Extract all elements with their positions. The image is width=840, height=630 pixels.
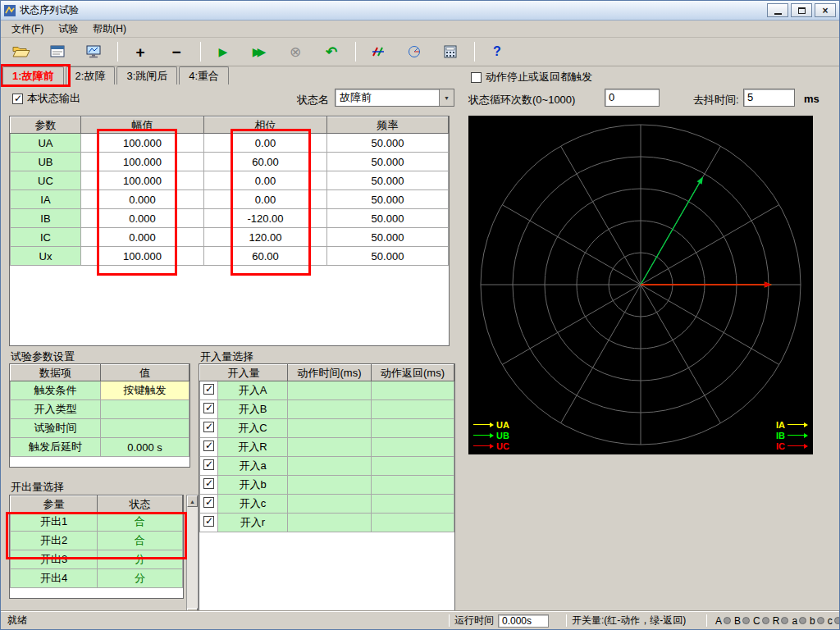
output-table-scrollbar[interactable]: ▲ ▼ bbox=[186, 495, 199, 620]
minimize-button[interactable] bbox=[767, 3, 788, 17]
input-checkbox[interactable] bbox=[203, 516, 214, 527]
action-time-cell[interactable] bbox=[288, 495, 372, 514]
output-state-cell[interactable]: 分 bbox=[98, 569, 183, 588]
switch-indicator-R: R bbox=[773, 615, 789, 627]
tab-state-4[interactable]: 4:重合 bbox=[179, 66, 229, 84]
connect-device-button[interactable] bbox=[81, 40, 106, 63]
phasor-canvas bbox=[468, 116, 813, 454]
tab-state-3[interactable]: 3:跳闸后 bbox=[116, 66, 177, 84]
col-header-output-state: 状态 bbox=[98, 496, 183, 513]
close-button[interactable]: × bbox=[815, 3, 836, 17]
input-name-cell: 开入B bbox=[218, 400, 288, 419]
input-checkbox[interactable] bbox=[203, 422, 214, 432]
chevron-down-icon[interactable]: ▼ bbox=[439, 89, 454, 106]
amplitude-cell[interactable]: 100.000 bbox=[81, 247, 204, 266]
col-header-input: 开入量 bbox=[200, 365, 288, 381]
value-cell[interactable] bbox=[101, 400, 189, 419]
input-checkbox[interactable] bbox=[203, 403, 214, 413]
action-time-cell[interactable] bbox=[288, 419, 372, 438]
amplitude-cell[interactable]: 100.000 bbox=[81, 153, 204, 171]
action-return-cell[interactable] bbox=[372, 400, 454, 419]
frequency-cell[interactable]: 50.000 bbox=[327, 247, 449, 266]
phase-cell[interactable]: 0.00 bbox=[204, 171, 327, 190]
amplitude-cell[interactable]: 100.000 bbox=[81, 134, 204, 153]
output-state-cell[interactable]: 合 bbox=[98, 513, 183, 532]
amplitude-cell[interactable]: 0.000 bbox=[81, 228, 204, 247]
param-name-cell: UA bbox=[11, 134, 81, 153]
phasor-view-button[interactable] bbox=[402, 40, 427, 63]
amplitude-cell[interactable]: 100.000 bbox=[81, 171, 204, 190]
phase-cell[interactable]: 0.00 bbox=[204, 190, 327, 209]
remove-state-button[interactable]: − bbox=[164, 40, 189, 63]
action-time-cell[interactable] bbox=[288, 457, 372, 476]
input-checkbox[interactable] bbox=[203, 497, 214, 508]
action-return-cell[interactable] bbox=[372, 495, 454, 514]
phase-cell[interactable]: -120.00 bbox=[204, 209, 327, 228]
output-state-cell[interactable]: 合 bbox=[98, 532, 183, 550]
state-name-select[interactable]: 故障前 ▼ bbox=[335, 89, 454, 107]
action-return-cell[interactable] bbox=[372, 476, 454, 495]
action-time-cell[interactable] bbox=[288, 400, 372, 419]
action-time-cell[interactable] bbox=[288, 438, 372, 457]
phase-cell[interactable]: 60.00 bbox=[204, 247, 327, 266]
frequency-cell[interactable]: 50.000 bbox=[327, 209, 449, 228]
frequency-cell[interactable]: 50.000 bbox=[327, 190, 449, 209]
report-button[interactable] bbox=[45, 40, 70, 63]
action-time-cell[interactable] bbox=[288, 514, 372, 532]
input-name-cell: 开入b bbox=[218, 476, 288, 495]
legend-arrow-icon bbox=[788, 433, 808, 438]
loop-count-input[interactable]: 0 bbox=[605, 89, 660, 107]
add-state-button[interactable]: + bbox=[128, 40, 153, 63]
help-button[interactable]: ? bbox=[485, 40, 509, 63]
value-cell[interactable]: 按键触发 bbox=[101, 381, 189, 400]
trigger-on-stop-checkbox[interactable]: 动作停止或返回都触发 bbox=[471, 70, 592, 84]
tab-state-1[interactable]: 1:故障前 bbox=[2, 66, 64, 84]
menu-help[interactable]: 帮助(H) bbox=[85, 21, 134, 38]
input-checkbox-cell bbox=[200, 514, 218, 532]
maximize-button[interactable] bbox=[791, 3, 812, 17]
scrollbar-track[interactable] bbox=[187, 507, 198, 608]
action-return-cell[interactable] bbox=[372, 438, 454, 457]
legend-label: UA bbox=[496, 420, 509, 430]
frequency-cell[interactable]: 50.000 bbox=[327, 228, 449, 247]
undo-button[interactable]: ↶ bbox=[319, 40, 344, 63]
waveform-button[interactable] bbox=[366, 40, 390, 63]
input-checkbox[interactable] bbox=[203, 478, 214, 489]
phase-cell[interactable]: 60.00 bbox=[204, 153, 327, 171]
phase-cell[interactable]: 0.00 bbox=[204, 134, 327, 153]
switch-indicator-C: C bbox=[753, 615, 769, 627]
switch-indicator-B: B bbox=[734, 615, 750, 627]
input-checkbox[interactable] bbox=[203, 441, 214, 451]
action-return-cell[interactable] bbox=[372, 381, 454, 400]
calculator-button[interactable] bbox=[438, 40, 463, 63]
test-params-table: 数据项 值 触发条件 按键触发 开入类型 试验时间 触发后延时 bbox=[9, 363, 190, 468]
frequency-cell[interactable]: 50.000 bbox=[327, 153, 449, 171]
input-checkbox[interactable] bbox=[203, 384, 214, 395]
menu-file[interactable]: 文件(F) bbox=[4, 21, 51, 38]
value-cell[interactable]: 0.000 s bbox=[101, 438, 189, 457]
input-checkbox[interactable] bbox=[203, 459, 214, 470]
action-return-cell[interactable] bbox=[372, 419, 454, 438]
action-return-cell[interactable] bbox=[372, 457, 454, 476]
state-output-checkbox[interactable]: 本状态输出 bbox=[12, 91, 80, 106]
open-file-button[interactable] bbox=[9, 40, 34, 63]
frequency-cell[interactable]: 50.000 bbox=[327, 171, 449, 190]
test-params-title: 试验参数设置 bbox=[11, 349, 75, 364]
output-state-cell[interactable]: 分 bbox=[98, 550, 183, 569]
run-continuous-button[interactable]: ▶▶ bbox=[247, 40, 272, 63]
amplitude-cell[interactable]: 0.000 bbox=[81, 209, 204, 228]
debounce-input[interactable]: 5 bbox=[743, 89, 795, 107]
run-button[interactable]: ▶ bbox=[211, 40, 235, 63]
value-cell[interactable] bbox=[101, 419, 189, 438]
amplitude-cell[interactable]: 0.000 bbox=[81, 190, 204, 209]
tab-state-2[interactable]: 2:故障 bbox=[66, 66, 116, 84]
phase-cell[interactable]: 120.00 bbox=[204, 228, 327, 247]
stop-button[interactable]: ⊗ bbox=[283, 40, 308, 63]
action-time-cell[interactable] bbox=[288, 381, 372, 400]
action-time-cell[interactable] bbox=[288, 476, 372, 495]
param-row-uc: UC 100.000 0.00 50.000 bbox=[11, 171, 449, 190]
scroll-up-icon[interactable]: ▲ bbox=[187, 495, 198, 507]
action-return-cell[interactable] bbox=[372, 514, 454, 532]
frequency-cell[interactable]: 50.000 bbox=[327, 134, 449, 153]
menu-test[interactable]: 试验 bbox=[51, 21, 85, 38]
